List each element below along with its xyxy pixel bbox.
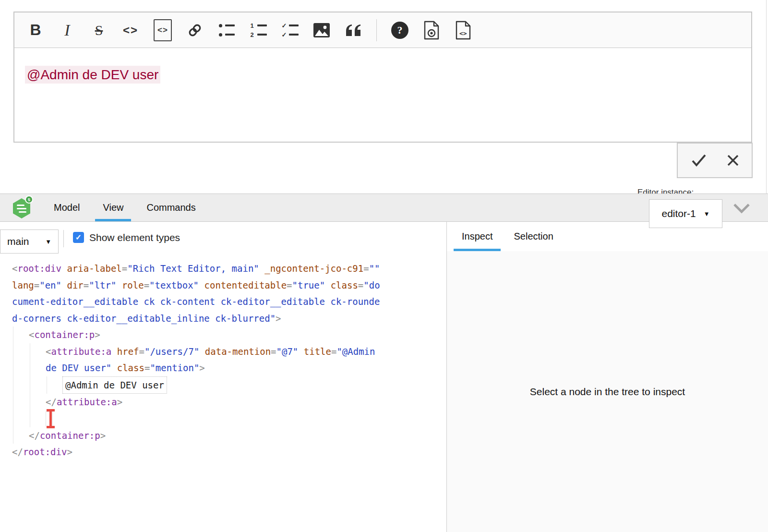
caret-down-icon: ▼ <box>704 210 710 218</box>
tree-text-node[interactable]: @Admin de DEV user <box>62 376 384 394</box>
bold-button[interactable]: B <box>27 18 44 43</box>
editor-instance-value: editor-1 <box>661 208 696 219</box>
tree-pane: main ▼ ✓ Show element types <root:div ar… <box>0 222 447 532</box>
link-button[interactable] <box>186 18 204 43</box>
tree-children: <container:p><attribute:a href="/users/7… <box>13 326 384 444</box>
link-icon <box>186 22 204 39</box>
mention-chip[interactable]: @Admin de DEV user <box>25 66 160 84</box>
view-tree: <root:div aria-label="Rich Text Editor, … <box>0 254 384 460</box>
tree-node-open-attribute-a[interactable]: <attribute:a href="/users/7" data-mentio… <box>46 343 384 376</box>
inspect-pane: Inspect Selection Select a node in the t… <box>447 222 768 532</box>
window-edge-line <box>766 0 767 194</box>
page: B I S <> <> <box>0 0 768 532</box>
confirm-panel <box>677 143 753 178</box>
svg-text:<>: <> <box>459 30 467 37</box>
tree-node-close-attribute-a[interactable]: </attribute:a> <box>46 394 384 411</box>
tree-node-open-root-div[interactable]: <root:div aria-label="Rich Text Editor, … <box>12 260 384 326</box>
code-block-button[interactable]: <> <box>154 18 172 43</box>
tree-node-close-container-p[interactable]: </container:p> <box>29 427 384 444</box>
document-preview-icon <box>423 20 440 40</box>
tree-node-close-root-div[interactable]: </root:div> <box>12 444 384 460</box>
header-divider <box>63 230 64 247</box>
todo-list-button[interactable]: ✓ ✓ <box>281 18 299 43</box>
toolbar-separator <box>376 19 377 41</box>
root-select-value: main <box>7 236 29 247</box>
numbered-list-icon: 1 2 <box>250 23 267 37</box>
numbered-list-button[interactable]: 1 2 <box>250 18 267 43</box>
bulleted-list-button[interactable] <box>218 18 235 43</box>
ckeditor5-logo-icon: 5 <box>12 197 32 219</box>
root-select[interactable]: main ▼ <box>0 230 59 254</box>
preview-button[interactable] <box>423 18 440 43</box>
empty-state-message: Select a node in the tree to inspect <box>530 386 685 398</box>
cancel-x-button[interactable] <box>726 153 740 168</box>
source-code-icon: <> <box>455 20 471 40</box>
rich-text-editor: B I S <> <> <box>13 12 752 143</box>
block-quote-icon <box>345 24 361 37</box>
help-button[interactable]: ? <box>391 18 408 43</box>
tab-commands[interactable]: Commands <box>139 194 203 221</box>
tab-inspect[interactable]: Inspect <box>454 222 501 251</box>
inspector-tabs: Model View Commands <box>46 194 204 221</box>
show-element-types-label[interactable]: Show element types <box>89 232 180 243</box>
todo-list-icon: ✓ ✓ <box>282 23 299 37</box>
save-check-button[interactable] <box>689 152 708 169</box>
selection-caret-line <box>46 411 384 427</box>
tree-children: @Admin de DEV user <box>47 376 384 394</box>
code-button[interactable]: <> <box>122 18 139 43</box>
image-icon <box>313 23 330 38</box>
tab-model[interactable]: Model <box>46 194 87 221</box>
tab-selection[interactable]: Selection <box>505 222 561 251</box>
show-element-types-checkbox[interactable]: ✓ <box>73 232 84 243</box>
logo-badge-5: 5 <box>25 195 33 204</box>
tree-children: <attribute:a href="/users/7" data-mentio… <box>30 343 384 427</box>
caret-icon <box>47 409 55 428</box>
editor-instance-select[interactable]: editor-1 ▼ <box>649 199 722 228</box>
editor-editable-area[interactable]: @Admin de DEV user <box>14 48 751 143</box>
help-icon: ? <box>391 22 408 39</box>
tree-node-open-container-p[interactable]: <container:p> <box>29 326 384 343</box>
ckeditor-inspector: 5 Model View Commands editor-1 ▼ main ▼ <box>0 193 768 532</box>
insert-image-button[interactable] <box>313 18 330 43</box>
source-editing-button[interactable]: <> <box>455 18 472 43</box>
chevron-down-icon[interactable] <box>732 202 751 215</box>
code-block-icon: <> <box>154 19 172 41</box>
tab-view[interactable]: View <box>95 194 131 221</box>
text-node-value[interactable]: @Admin de DEV user <box>62 376 167 394</box>
inspector-body: main ▼ ✓ Show element types <root:div ar… <box>0 222 768 532</box>
editor-toolbar: B I S <> <> <box>14 12 751 48</box>
strikethrough-button[interactable]: S <box>90 18 108 43</box>
block-quote-button[interactable] <box>345 18 362 43</box>
italic-button[interactable]: I <box>59 18 76 43</box>
editor-instance-label-clipped: Editor instance: <box>637 188 722 193</box>
bulleted-list-icon <box>219 23 235 37</box>
caret-down-icon: ▼ <box>45 238 51 245</box>
inspect-content: Select a node in the tree to inspect <box>447 251 768 532</box>
